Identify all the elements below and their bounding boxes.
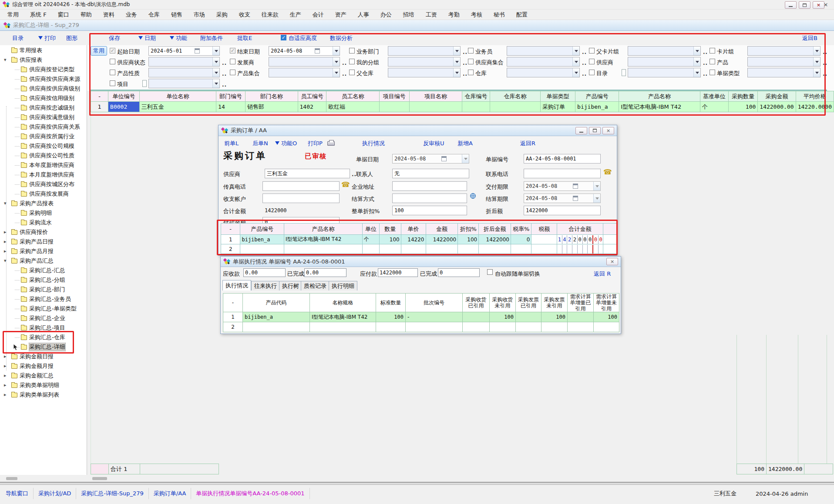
table-cell[interactable]: -	[406, 312, 463, 322]
status-item[interactable]: 采购订单/AA	[149, 488, 192, 499]
tree-item[interactable]: 采购汇总-分组	[0, 275, 87, 285]
menu-item[interactable]: 业务	[120, 10, 143, 20]
order-function-button[interactable]: 功能O	[275, 140, 297, 147]
catalog-button[interactable]: 目录	[12, 34, 24, 42]
fax-field[interactable]	[262, 181, 340, 191]
menu-item[interactable]: 往来款	[256, 10, 284, 20]
tree-item[interactable]: 供应商按发展商	[0, 189, 87, 199]
table-cell[interactable]: 100	[594, 312, 619, 322]
printer-icon[interactable]	[327, 140, 335, 147]
menu-item[interactable]: 考勤	[443, 10, 465, 20]
discount-field[interactable]: 100	[392, 206, 467, 215]
order-back-button[interactable]: 返回R	[520, 140, 535, 147]
table-cell[interactable]	[310, 322, 376, 332]
next-doc-button[interactable]: 后单N	[252, 140, 268, 147]
unaudit-button[interactable]: 反审核U	[423, 140, 444, 147]
tree-item[interactable]: ▸采购类单据列表	[0, 390, 87, 400]
table-cell[interactable]	[568, 312, 594, 322]
menu-item[interactable]: 工资	[420, 10, 443, 20]
menu-item[interactable]: 配置	[511, 10, 533, 20]
deliver-date-field[interactable]: 2024-05-08	[524, 181, 601, 191]
menu-item[interactable]: 秘书	[488, 10, 511, 20]
column-header[interactable]: 批次编号	[406, 294, 463, 312]
table-cell[interactable]	[463, 322, 490, 332]
table-cell[interactable]: bijiben_a	[243, 312, 310, 322]
column-header[interactable]: 采购发票 已引用	[516, 294, 541, 312]
doc-restore-icon[interactable]	[799, 1, 810, 9]
table-cell[interactable]: I型笔记本电脑-IBM T42	[310, 312, 376, 322]
phone-field[interactable]	[524, 169, 601, 178]
tree-item[interactable]: 供应商按满意级别	[0, 113, 87, 122]
dropdown-icon[interactable]	[593, 194, 600, 203]
menu-item[interactable]: 会计	[307, 10, 330, 20]
bill-no-field[interactable]: AA-24-05-08-0001	[524, 154, 601, 164]
menu-item[interactable]: 市场	[188, 10, 211, 20]
table-cell[interactable]: 2	[223, 322, 243, 332]
table-cell[interactable]	[463, 312, 490, 322]
tree-item[interactable]: 供应商按公司规模	[0, 141, 87, 151]
table-cell[interactable]	[541, 322, 568, 332]
menu-item[interactable]: 仓库	[143, 10, 165, 20]
column-header[interactable]: 产品代码	[243, 294, 310, 312]
tree-item[interactable]: ▾供应报表	[0, 55, 87, 65]
tree-item[interactable]: 供应商按城区分布	[0, 180, 87, 189]
column-header[interactable]: 需求计算 单增量已 引用	[568, 294, 594, 312]
content-hscroll-thumb[interactable]	[92, 477, 107, 480]
exec-close-icon[interactable]: ×	[606, 258, 618, 265]
menu-item[interactable]: 生产	[284, 10, 307, 20]
order-close-icon[interactable]: ×	[602, 127, 614, 134]
table-cell[interactable]	[376, 322, 406, 332]
menu-item[interactable]: 人事	[352, 10, 375, 20]
exec-window-titlebar[interactable]: 单据执行情况 单据编号 AA-24-05-08-0001 ×	[221, 257, 621, 267]
tab-item[interactable]: 执行明细	[329, 281, 357, 290]
tree-item[interactable]: ▸采购金额汇总	[0, 371, 87, 381]
menu-item[interactable]: 帮助	[75, 10, 98, 20]
exec-back-button[interactable]: 返回 R	[594, 270, 611, 278]
menu-item[interactable]: 资料	[98, 10, 120, 20]
payable-done-field[interactable]: 0	[438, 268, 480, 277]
order-restore-icon[interactable]	[589, 127, 601, 134]
print-button[interactable]: 打印	[38, 34, 56, 42]
order-print-button[interactable]: 打印P	[308, 140, 323, 147]
tree-item[interactable]: ▸采购产品月报	[0, 247, 87, 256]
tree-item[interactable]: ▾采购产品报表	[0, 199, 87, 208]
expand-icon[interactable]: ▸	[4, 392, 7, 397]
menu-item[interactable]: 招培	[397, 10, 420, 20]
table-cell[interactable]	[516, 312, 541, 322]
account-field[interactable]	[262, 194, 340, 203]
expand-icon[interactable]: ▸	[4, 373, 7, 378]
contact-field[interactable]: 无	[392, 169, 469, 178]
column-header[interactable]: 采购发票 未引用	[541, 294, 568, 312]
tree-item[interactable]: 采购汇总-单据类型	[0, 304, 87, 314]
tree-item[interactable]: 供应商按信用级别	[0, 93, 87, 103]
status-item[interactable]: 采购计划/AD	[34, 488, 76, 499]
tree-item[interactable]: 采购汇总-部门	[0, 285, 87, 294]
tree-item[interactable]: 采购汇总-汇总	[0, 266, 87, 275]
table-cell[interactable]	[490, 322, 516, 332]
status-item[interactable]: 单据执行情况单据编号AA-24-05-08-0001	[191, 488, 309, 499]
tab-active[interactable]: 执行情况	[222, 280, 251, 290]
add-new-button[interactable]: 新增A	[457, 140, 473, 147]
column-header[interactable]: -	[223, 294, 243, 312]
menu-item[interactable]: 考核	[465, 10, 488, 20]
collapse-icon[interactable]: ▾	[4, 57, 7, 63]
table-row[interactable]: 2	[223, 322, 619, 332]
tree-item[interactable]: 供应商按供应商来源	[0, 74, 87, 84]
order-minimize-icon[interactable]	[575, 127, 587, 134]
tree-item[interactable]: 供应商按供应商级别	[0, 84, 87, 93]
table-row[interactable]: 1bijiben_aI型笔记本电脑-IBM T42100-100100100	[223, 312, 619, 322]
dropdown-icon[interactable]	[462, 154, 469, 163]
expand-icon[interactable]: ▸	[4, 354, 7, 359]
address-field[interactable]	[392, 181, 467, 191]
menu-item[interactable]: 办公	[375, 10, 397, 20]
dropdown-icon[interactable]	[593, 182, 600, 190]
status-item[interactable]: 导航窗口	[1, 488, 34, 499]
tree-item[interactable]: 采购流水	[0, 218, 87, 227]
doc-close-icon[interactable]: ×	[813, 1, 824, 9]
receivable-field[interactable]: 0.00	[243, 268, 286, 277]
menu-item[interactable]: 资产	[330, 10, 352, 20]
tab-item[interactable]: 质检记录	[301, 281, 330, 290]
tree-item[interactable]: 供应商按登记类型	[0, 65, 87, 74]
menu-item[interactable]: 窗口	[52, 10, 75, 20]
expand-icon[interactable]: ▸	[4, 248, 7, 254]
